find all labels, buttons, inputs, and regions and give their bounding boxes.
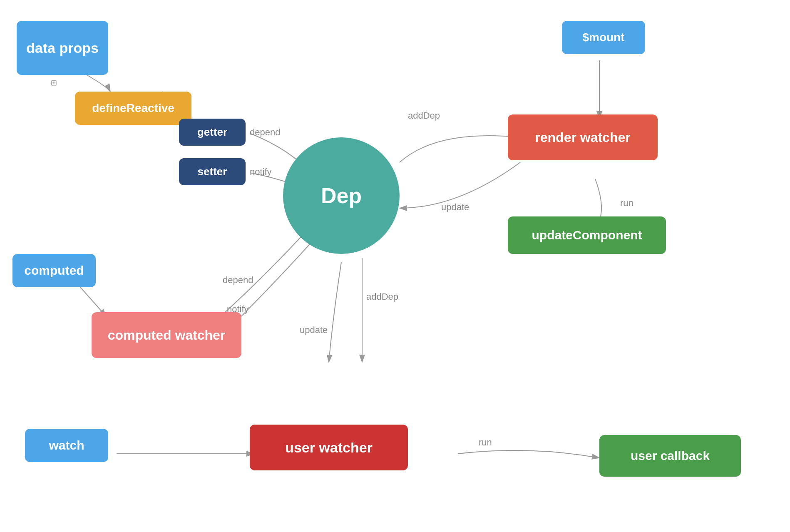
setter-node: setter xyxy=(179,158,246,185)
define-reactive-node: defineReactive xyxy=(75,92,191,125)
mount-node: $mount xyxy=(562,21,645,54)
label-depend-getter: depend xyxy=(250,127,280,138)
diagram-container: data props ⊞ defineReactive getter sette… xyxy=(0,0,790,532)
user-callback-node: user callback xyxy=(599,435,741,477)
data-props-node: data props xyxy=(17,21,108,75)
label-run-render: run xyxy=(620,198,633,209)
getter-node: getter xyxy=(179,119,246,146)
label-adddep-upper: addDep xyxy=(408,110,440,121)
watch-node: watch xyxy=(25,429,108,462)
computed-node: computed xyxy=(12,254,96,287)
render-watcher-node: render watcher xyxy=(508,114,658,160)
expand-icon: ⊞ xyxy=(51,78,57,87)
label-update-upper: update xyxy=(441,202,469,213)
label-run-user: run xyxy=(479,437,492,448)
computed-watcher-node: computed watcher xyxy=(92,312,241,358)
update-component-node: updateComponent xyxy=(508,216,666,254)
label-adddep-lower: addDep xyxy=(366,291,398,302)
label-depend-computed: depend xyxy=(223,275,253,286)
label-notify-computed: notify xyxy=(227,304,249,315)
label-update-lower: update xyxy=(300,325,328,336)
dep-node: Dep xyxy=(283,137,400,254)
user-watcher-node: user watcher xyxy=(250,425,408,470)
label-notify-setter: notify xyxy=(250,167,272,177)
